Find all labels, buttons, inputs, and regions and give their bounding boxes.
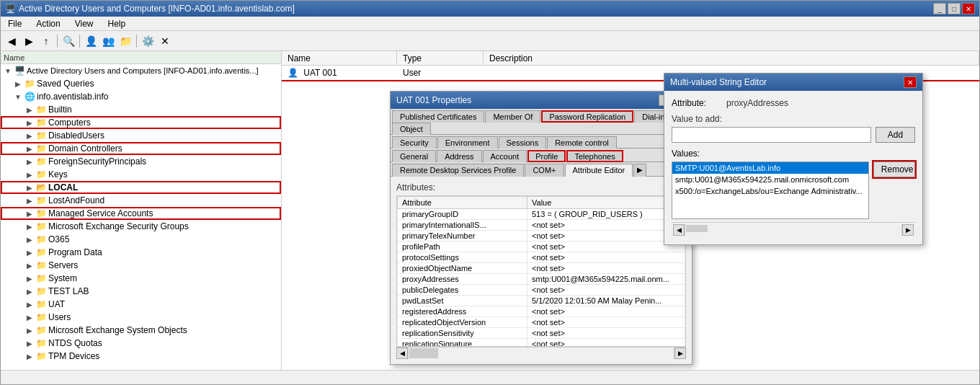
list-item[interactable]: SMTP:U001@AventisLab.info (672, 162, 868, 174)
sidebar-item-builtin[interactable]: ▶ 📁 Builtin (1, 103, 281, 116)
mve-scroll-track[interactable] (685, 224, 902, 236)
sidebar-item-test-lab[interactable]: ▶ 📁 TEST LAB (1, 285, 281, 298)
col-name-label: Name (288, 53, 311, 63)
properties-btn[interactable]: ⚙️ (140, 33, 156, 49)
main-title: Active Directory Users and Computers [IN… (19, 4, 295, 14)
maximize-btn[interactable]: □ (948, 3, 961, 14)
table-row[interactable]: primaryGroupID513 = ( GROUP_RID_USERS ) (398, 209, 685, 220)
tab-com-plus[interactable]: COM+ (525, 164, 564, 177)
bottom-scrollbar[interactable]: ◀ ▶ (396, 347, 686, 358)
mve-remove-btn[interactable]: Remove (873, 161, 915, 177)
mve-scroll-right-btn[interactable]: ▶ (902, 224, 914, 236)
attr-cell: replicatedObjectVersion (398, 317, 527, 328)
properties-dialog-content: Attributes: Attribute Value (391, 177, 692, 364)
tab-sessions[interactable]: Sessions (499, 136, 547, 149)
sidebar-item-ms-exchange-security[interactable]: ▶ 📁 Microsoft Exchange Security Groups (1, 220, 281, 233)
sidebar-item-ntds-quotas[interactable]: ▶ 📁 NTDS Quotas (1, 337, 281, 350)
mve-close-btn[interactable]: ✕ (904, 76, 917, 88)
up-btn[interactable]: ↑ (38, 33, 54, 49)
sidebar-item-keys[interactable]: ▶ 📁 Keys (1, 168, 281, 181)
close-btn[interactable]: ✕ (962, 3, 975, 14)
col-header-desc[interactable]: Description (484, 51, 979, 65)
sidebar-item-managed-service[interactable]: ▶ 📁 Managed Service Accounts (1, 207, 281, 220)
sidebar-item-uat[interactable]: ▶ 📁 UAT (1, 298, 281, 311)
mve-input-row: Add (672, 127, 915, 143)
sidebar-item-foreign-security[interactable]: ▶ 📁 ForeignSecurityPrincipals (1, 155, 281, 168)
tab-attribute-editor[interactable]: Attribute Editor (565, 164, 633, 177)
table-row[interactable]: profilePath<not set> (398, 242, 685, 252)
new-group-btn[interactable]: 👥 (100, 33, 116, 49)
tab-address[interactable]: Address (437, 150, 481, 162)
meso-icon: 📁 (35, 324, 47, 336)
sidebar-item-disabledusers[interactable]: ▶ 📁 DisabledUsers (1, 129, 281, 142)
tab-object[interactable]: Object (392, 123, 431, 135)
table-row[interactable]: proxiedObjectName<not set> (398, 263, 685, 274)
table-row[interactable]: registeredAddress<not set> (398, 306, 685, 317)
menu-view[interactable]: View (71, 18, 98, 30)
tab-password-replication[interactable]: Password Replication (541, 110, 633, 123)
menu-file[interactable]: File (4, 18, 26, 30)
mve-scroll-left-btn[interactable]: ◀ (673, 224, 685, 236)
back-btn[interactable]: ◀ (4, 33, 19, 49)
table-row[interactable]: protocolSettings<not set> (398, 252, 685, 263)
new-ou-btn[interactable]: 📁 (117, 33, 133, 49)
sidebar-item-computers[interactable]: ▶ 📁 Computers (1, 116, 281, 129)
table-row[interactable]: replicatedObjectVersion<not set> (398, 317, 685, 328)
list-item[interactable]: x500:/o=ExchangeLabs/ou=Exchange Adminis… (672, 185, 868, 197)
tab-telephones-label: Telephones (574, 152, 615, 161)
mesg-label: Microsoft Exchange Security Groups (48, 221, 189, 231)
mve-add-btn[interactable]: Add (876, 127, 915, 143)
mve-value-to-add-label: Value to add: (672, 114, 915, 124)
tab-general[interactable]: General (392, 150, 436, 162)
table-row[interactable]: replicationSensitivity<not set> (398, 328, 685, 339)
scroll-left-btn[interactable]: ◀ (396, 348, 408, 359)
sidebar-item-program-data[interactable]: ▶ 📁 Program Data (1, 246, 281, 259)
sidebar-item-ms-exchange-system[interactable]: ▶ 📁 Microsoft Exchange System Objects (1, 324, 281, 337)
col-header-type[interactable]: Type (397, 51, 484, 65)
sidebar-item-local[interactable]: ▶ 📂 LOCAL (1, 181, 281, 194)
tab-published-certs[interactable]: Published Certificates (392, 110, 484, 123)
sidebar-item-lostandfound[interactable]: ▶ 📁 LostAndFound (1, 194, 281, 207)
table-row[interactable]: replicationSignature<not set> (398, 339, 685, 348)
tab-more[interactable]: ▶ (633, 164, 646, 177)
table-row[interactable]: primaryInternationalIS...<not set> (398, 220, 685, 231)
main-title-bar: 🖥️ Active Directory Users and Computers … (1, 1, 979, 17)
scroll-track[interactable] (408, 348, 674, 359)
delete-btn[interactable]: ✕ (157, 33, 173, 49)
sidebar-item-saved-queries[interactable]: ▶ 📁 Saved Queries (1, 77, 281, 90)
sidebar-item-domain[interactable]: ▼ 🌐 info.aventislab.info (1, 90, 281, 103)
table-row[interactable]: pwdLastSet5/1/2020 12:01:50 AM Malay Pen… (398, 296, 685, 306)
sidebar-item-o365[interactable]: ▶ 📁 O365 (1, 233, 281, 246)
table-row[interactable]: proxyAddressessmtp:U001@M365x594225.mail… (398, 274, 685, 285)
tab-security[interactable]: Security (392, 136, 437, 149)
sidebar-item-domain-controllers[interactable]: ▶ 📁 Domain Controllers (1, 142, 281, 155)
sidebar-item-tpm-devices[interactable]: ▶ 📁 TPM Devices (1, 350, 281, 363)
minimize-btn[interactable]: _ (933, 3, 946, 14)
table-row[interactable]: publicDelegates<not set> (398, 285, 685, 296)
menu-help[interactable]: Help (104, 18, 130, 30)
tab-profile[interactable]: Profile (527, 150, 566, 162)
scroll-right-btn[interactable]: ▶ (674, 348, 686, 359)
new-user-btn[interactable]: 👤 (83, 33, 99, 49)
table-row[interactable]: primaryTelexNumber<not set> (398, 231, 685, 242)
sidebar-item-users[interactable]: ▶ 📁 Users (1, 311, 281, 324)
sidebar-item-servers[interactable]: ▶ 📁 Servers (1, 259, 281, 272)
tab-bar-row3: General Address Account Profile Telephon (391, 149, 692, 162)
tab-bar-row4: Remote Desktop Services Profile COM+ Att… (391, 162, 692, 177)
mve-listbox[interactable]: SMTP:U001@AventisLab.infosmtp:U001@M365x… (672, 161, 869, 219)
tab-telephones[interactable]: Telephones (566, 150, 623, 162)
tab-environment[interactable]: Environment (437, 136, 498, 149)
search-btn[interactable]: 🔍 (61, 33, 76, 49)
menu-action[interactable]: Action (32, 18, 64, 30)
forward-btn[interactable]: ▶ (21, 33, 37, 49)
sidebar-item-system[interactable]: ▶ 📁 System (1, 272, 281, 285)
tab-remote-desktop[interactable]: Remote Desktop Services Profile (392, 164, 524, 177)
disabledusers-icon: 📁 (35, 130, 47, 141)
tree-root[interactable]: ▼ 🖥️ Active Directory Users and Computer… (1, 64, 281, 77)
tab-member-of[interactable]: Member Of (485, 110, 540, 123)
tab-account[interactable]: Account (483, 150, 527, 162)
list-item[interactable]: smtp:U001@M365x594225.mail.onmicrosoft.c… (672, 174, 868, 185)
mve-value-input[interactable] (672, 127, 871, 143)
tab-remote-control[interactable]: Remote control (547, 136, 617, 149)
col-header-name[interactable]: Name (282, 51, 397, 65)
